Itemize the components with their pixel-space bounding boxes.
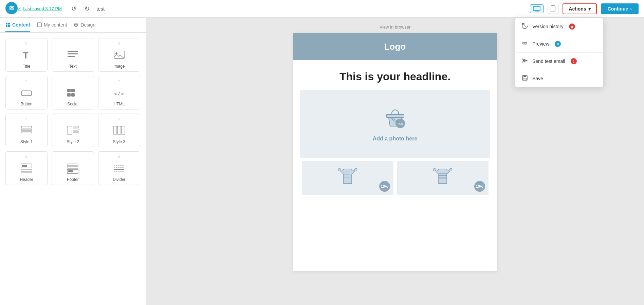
style3-icon xyxy=(111,123,127,138)
desktop-view-button[interactable] xyxy=(530,4,544,13)
product-item-2[interactable]: 10% xyxy=(397,161,489,195)
drag-handle-title: ⠿ xyxy=(25,42,28,46)
svg-point-72 xyxy=(449,168,452,171)
svg-rect-26 xyxy=(68,53,78,54)
svg-rect-34 xyxy=(71,93,75,97)
svg-rect-37 xyxy=(21,129,32,131)
mobile-view-button[interactable] xyxy=(548,4,558,14)
drag-handle-header: ⠿ xyxy=(25,155,28,159)
text-label: Text xyxy=(69,64,76,69)
sidebar-item-divider[interactable]: ⠿ Divider xyxy=(98,151,140,185)
svg-rect-38 xyxy=(21,132,32,133)
drag-handle-footer: ⠿ xyxy=(71,155,74,159)
svg-rect-25 xyxy=(68,51,78,52)
product-item-1[interactable]: 10% xyxy=(302,161,393,195)
view-in-browser-link[interactable]: View in browser xyxy=(380,24,411,30)
send-test-email-label: Send test email xyxy=(532,58,565,64)
app-logo: ✉ xyxy=(5,2,18,16)
undo-button[interactable]: ↺ xyxy=(70,4,78,14)
svg-rect-32 xyxy=(71,89,75,92)
preview-item[interactable]: Preview b xyxy=(515,35,603,53)
svg-point-68 xyxy=(344,177,345,178)
social-label: Social xyxy=(67,102,78,106)
actions-chevron-icon: ▾ xyxy=(588,6,591,12)
product-badge-1-text: 10% xyxy=(381,184,388,188)
tshirt-icon-1 xyxy=(337,166,358,190)
svg-rect-27 xyxy=(68,56,75,57)
version-history-label: Version history xyxy=(532,24,564,29)
preview-icon xyxy=(521,40,528,48)
topbar-right-controls: Actions ▾ Continue › xyxy=(530,3,639,14)
sidebar-item-social[interactable]: ⠿ Social xyxy=(52,76,94,109)
svg-point-70 xyxy=(348,177,349,178)
header-label: Header xyxy=(20,177,33,182)
sidebar-item-title[interactable]: ⠿ T Title xyxy=(5,38,48,72)
sidebar-item-image[interactable]: ⠿ Image xyxy=(98,38,140,72)
tab-my-content-label: My content xyxy=(44,22,67,28)
svg-point-65 xyxy=(344,174,345,175)
drag-handle-html: ⠿ xyxy=(117,80,121,83)
tab-content-label: Content xyxy=(12,22,30,28)
style1-icon xyxy=(18,123,35,138)
version-history-badge: a xyxy=(569,23,575,30)
html-label: HTML xyxy=(113,102,125,106)
send-test-email-badge: c xyxy=(571,58,577,64)
sidebar-item-style1[interactable]: ⠿ Style 1 xyxy=(5,114,48,147)
send-test-email-item[interactable]: Send test email c xyxy=(515,53,603,70)
actions-button[interactable]: Actions ▾ xyxy=(563,3,596,14)
svg-text:✉: ✉ xyxy=(9,5,14,12)
save-label: Save xyxy=(532,76,543,81)
button-label: Button xyxy=(21,102,33,106)
svg-point-23 xyxy=(75,24,77,26)
last-saved-label: Last saved 3:17 PM xyxy=(23,6,62,11)
svg-point-10 xyxy=(526,43,526,44)
svg-point-66 xyxy=(346,174,347,175)
svg-rect-18 xyxy=(8,23,10,24)
sidebar-item-text[interactable]: ⠿ Text xyxy=(52,38,94,72)
svg-rect-15 xyxy=(523,75,526,77)
version-history-icon xyxy=(521,23,528,30)
send-test-email-icon xyxy=(521,57,528,65)
svg-point-29 xyxy=(115,52,117,54)
tab-my-content[interactable]: My content xyxy=(37,19,67,32)
drag-handle-style2: ⠿ xyxy=(71,117,74,121)
svg-rect-44 xyxy=(117,126,121,134)
tab-design[interactable]: Design xyxy=(74,19,95,32)
logo-block[interactable]: Logo xyxy=(293,33,497,60)
svg-point-67 xyxy=(348,174,349,175)
svg-point-71 xyxy=(433,168,436,171)
sidebar-item-footer[interactable]: ⠿ Footer xyxy=(52,151,94,185)
svg-rect-21 xyxy=(37,23,41,27)
save-item[interactable]: Save xyxy=(515,70,603,87)
svg-text:T: T xyxy=(23,50,29,61)
sidebar-item-html[interactable]: ⠿ </> HTML xyxy=(98,76,140,109)
title-label: Title xyxy=(23,64,30,69)
document-title: test xyxy=(96,6,105,12)
style3-label: Style 3 xyxy=(113,139,125,144)
continue-button[interactable]: Continue › xyxy=(601,3,639,14)
sidebar-item-style3[interactable]: ⠿ Style 3 xyxy=(98,114,140,147)
headline-text: This is your headline. xyxy=(339,70,450,83)
image-icon xyxy=(111,48,127,63)
sidebar-grid: ⠿ T Title ⠿ Text xyxy=(0,33,146,190)
sidebar-item-button[interactable]: ⠿ Button xyxy=(5,76,48,109)
svg-rect-33 xyxy=(67,93,71,97)
tshirt-icon-2 xyxy=(433,166,453,190)
drag-handle-text: ⠿ xyxy=(71,42,74,46)
last-saved-indicator[interactable]: ✓ Last saved 3:17 PM xyxy=(18,6,62,11)
svg-rect-58 xyxy=(386,115,404,117)
actions-label: Actions xyxy=(569,6,586,12)
email-canvas: Logo This is your headline. 15% xyxy=(293,33,497,271)
version-history-item[interactable]: Version history a xyxy=(515,18,603,35)
drag-handle-style1: ⠿ xyxy=(25,117,28,121)
headline-block[interactable]: This is your headline. xyxy=(293,60,497,90)
photo-placeholder-block[interactable]: 15% Add a photo here xyxy=(300,90,490,158)
redo-button[interactable]: ↻ xyxy=(83,4,91,14)
sidebar-item-style2[interactable]: ⠿ Style 2 xyxy=(52,114,94,147)
drag-handle-social: ⠿ xyxy=(71,80,74,83)
products-row: 10% 10% xyxy=(293,161,497,195)
svg-rect-41 xyxy=(73,129,78,130)
svg-point-9 xyxy=(523,43,524,44)
sidebar-item-header[interactable]: ⠿ Header xyxy=(5,151,48,185)
tab-content[interactable]: Content xyxy=(5,19,30,32)
